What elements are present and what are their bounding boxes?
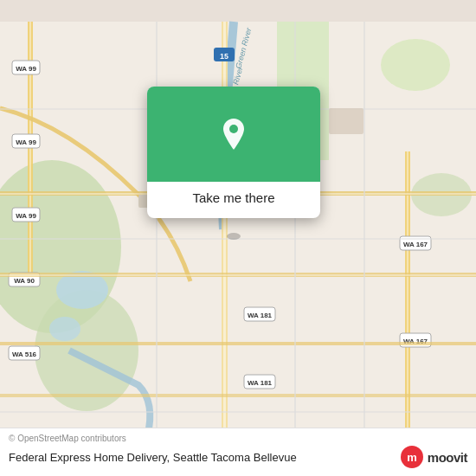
svg-text:15: 15 (220, 52, 228, 61)
svg-text:WA 99: WA 99 (16, 138, 36, 146)
bottom-row: Federal Express Home Delivery, Seattle T… (9, 445, 467, 469)
svg-rect-41 (0, 394, 476, 397)
svg-text:WA 99: WA 99 (16, 65, 36, 73)
map-container: 15 15 WA 99 WA 99 WA 99 WA 90 WA 167 WA … (0, 0, 476, 476)
location-name: Federal Express Home Delivery, Seattle T… (9, 451, 297, 464)
svg-rect-47 (0, 411, 476, 413)
svg-text:WA 181: WA 181 (248, 379, 273, 387)
svg-rect-53 (329, 108, 363, 134)
bottom-bar: © OpenStreetMap contributors Federal Exp… (0, 428, 476, 476)
moovit-logo[interactable]: m moovit (400, 445, 467, 469)
copyright-text: © OpenStreetMap contributors (9, 434, 467, 443)
svg-text:WA 167: WA 167 (403, 241, 428, 248)
moovit-brand-icon: m (400, 445, 424, 469)
svg-text:WA 99: WA 99 (16, 212, 36, 220)
popup-label-area: Take me there (147, 182, 320, 218)
svg-text:WA 181: WA 181 (248, 312, 273, 319)
svg-text:m: m (407, 451, 417, 464)
map-background: 15 15 WA 99 WA 99 WA 99 WA 90 WA 167 WA … (0, 0, 476, 476)
svg-text:WA 90: WA 90 (14, 277, 35, 285)
popup-green-area (147, 87, 320, 182)
take-me-there-button[interactable]: Take me there (192, 190, 274, 205)
moovit-brand-text: moovit (428, 450, 467, 465)
svg-point-4 (381, 39, 450, 91)
popup-card: Take me there (147, 87, 320, 218)
svg-point-7 (49, 317, 80, 341)
svg-point-54 (227, 233, 241, 240)
location-pin-icon (215, 115, 253, 153)
svg-rect-40 (0, 342, 476, 345)
svg-text:WA 516: WA 516 (12, 351, 37, 358)
svg-point-55 (229, 125, 238, 133)
svg-rect-39 (0, 274, 476, 276)
svg-rect-25 (407, 151, 408, 454)
